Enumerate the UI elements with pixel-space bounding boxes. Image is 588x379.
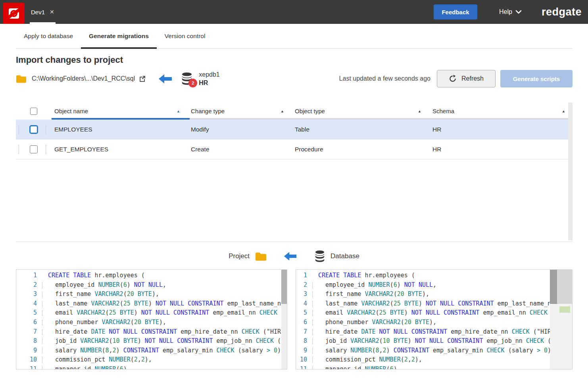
- row-checkbox[interactable]: [29, 125, 38, 134]
- sql-token: 6: [394, 281, 397, 288]
- refresh-button[interactable]: Refresh: [437, 70, 496, 87]
- sql-token: >: [537, 347, 540, 354]
- sql-token: ),: [159, 319, 166, 326]
- gutter-marker: [37, 308, 48, 318]
- sql-token: VARCHAR2: [372, 319, 400, 326]
- sql-token: BYTE: [123, 337, 138, 344]
- project-panel-scrollbar[interactable]: [281, 270, 287, 369]
- project-sql-panel[interactable]: 1CREATE TABLE hr.employees (2 employee_i…: [16, 269, 287, 369]
- open-folder-external-icon[interactable]: [139, 75, 146, 82]
- sql-token: NULL: [419, 281, 433, 288]
- table-row[interactable]: EMPLOYEESModifyTableHR: [16, 120, 568, 139]
- sql-token: ),: [394, 365, 401, 369]
- sql-token: BYTE: [408, 290, 422, 298]
- sql-token: ,: [109, 347, 113, 354]
- page-tabs: Apply to database Generate migrations Ve…: [16, 24, 572, 49]
- code-line: 4 last_name VARCHAR2(25 BYTE) NOT NULL C…: [16, 299, 281, 309]
- sql-token: phone_number: [48, 319, 102, 326]
- sql-token: [454, 300, 458, 307]
- tab-generate-migrations[interactable]: Generate migrations: [81, 24, 157, 48]
- column-header-schema[interactable]: Schema ▲: [431, 102, 573, 120]
- database-panel-scroll-rail[interactable]: [550, 270, 572, 369]
- gutter-marker: [37, 355, 48, 365]
- code-line: 7 hire_date DATE NOT NULL CONSTRAINT emp…: [16, 327, 281, 337]
- select-all-checkbox[interactable]: [30, 108, 37, 115]
- gutter-marker: [307, 327, 318, 337]
- sql-token: 8: [106, 347, 109, 354]
- sql-token: ,: [379, 347, 383, 354]
- sql-token: emp_salary_min: [429, 347, 487, 354]
- sort-icon[interactable]: ▲: [562, 109, 565, 113]
- sql-token: emp_job_nn: [483, 337, 526, 344]
- last-updated-text: Last updated a few seconds ago: [339, 75, 430, 82]
- sql-token: CREATE: [318, 272, 340, 279]
- sql-token: BYTE: [120, 309, 134, 316]
- sql-token: CHECK: [512, 328, 530, 335]
- row-checkbox[interactable]: [30, 145, 38, 153]
- sql-token: CONSTRAINT: [141, 328, 177, 335]
- sql-token: CONSTRAINT: [394, 347, 429, 354]
- sql-token: CONSTRAINT: [177, 337, 213, 344]
- sql-token: job_id: [48, 337, 80, 344]
- sql-token: commission_pct: [48, 356, 109, 363]
- tab-apply-to-database[interactable]: Apply to database: [16, 24, 81, 48]
- document-tab-dev1[interactable]: Dev1 ✕: [25, 0, 61, 24]
- sort-icon[interactable]: ▲: [418, 109, 421, 113]
- generate-scripts-button[interactable]: Generate scripts: [500, 70, 573, 87]
- sql-token: 2: [141, 356, 145, 363]
- help-menu[interactable]: Help: [499, 8, 522, 15]
- sql-token: NOT: [141, 309, 152, 316]
- column-header-change-type[interactable]: Change type ▲: [190, 102, 294, 120]
- scrollbar-thumb[interactable]: [550, 270, 557, 304]
- line-number: 2: [16, 280, 37, 290]
- sql-token: NOT: [426, 300, 436, 307]
- table-scrollbar[interactable]: [568, 102, 573, 240]
- feedback-button[interactable]: Feedback: [434, 4, 477, 19]
- sql-token: hr.employees (: [361, 272, 415, 279]
- schema-cell: HR: [431, 146, 568, 153]
- sql-token: NULL: [159, 337, 173, 344]
- sql-token: NULL: [148, 281, 163, 288]
- schema-cell: HR: [431, 126, 568, 133]
- sql-token: CREATE: [48, 272, 69, 279]
- table-header-row: Object name ▲ Change type ▲ Object type …: [16, 102, 573, 120]
- sql-token: ): [127, 281, 134, 288]
- database-icon: [315, 250, 325, 262]
- sql-token: [422, 309, 426, 316]
- compare-header: Project Database: [0, 246, 588, 266]
- tab-version-control[interactable]: Version control: [157, 24, 213, 48]
- project-label: Project: [229, 252, 250, 260]
- sql-token: [270, 347, 274, 354]
- sql-token: ,: [433, 281, 436, 288]
- redgate-app-logo-icon: [3, 3, 24, 24]
- scrollbar-thumb[interactable]: [281, 270, 287, 304]
- close-tab-icon[interactable]: ✕: [50, 9, 54, 15]
- table-row[interactable]: GET_EMPLOYEESCreateProcedureHR: [16, 139, 568, 159]
- sql-token: BYTE: [394, 337, 408, 344]
- column-header-object-type[interactable]: Object type ▲: [294, 102, 431, 120]
- sql-token: CHECK: [486, 347, 504, 354]
- column-header-object-name[interactable]: Object name ▲: [52, 102, 190, 120]
- line-number: 2: [296, 280, 307, 290]
- refresh-icon: [449, 75, 457, 83]
- code-line: 4 last_name VARCHAR2(25 BYTE) NOT NULL C…: [296, 299, 550, 309]
- line-number: 5: [296, 308, 307, 318]
- database-name: xepdb1: [199, 70, 220, 79]
- document-tab-label: Dev1: [31, 9, 45, 15]
- sql-token: CHECK: [256, 337, 274, 344]
- sql-token: BYTE: [404, 300, 419, 307]
- sort-ascending-icon[interactable]: ▲: [177, 109, 180, 113]
- sql-token: [415, 281, 419, 288]
- sql-token: [408, 328, 411, 335]
- sql-token: [340, 272, 343, 279]
- gutter-marker: [307, 318, 318, 327]
- database-sql-panel[interactable]: 1CREATE TABLE hr.employees (2 employee_i…: [296, 269, 573, 369]
- sql-token: NULL: [170, 300, 184, 307]
- sql-token: [141, 319, 145, 326]
- sql-token: (: [102, 347, 105, 354]
- sort-icon[interactable]: ▲: [281, 109, 284, 113]
- sql-token: [386, 309, 390, 316]
- sql-token: job_id: [318, 337, 350, 344]
- sql-token: NOT: [156, 300, 166, 307]
- topbar-right-group: Feedback Help redgate: [434, 0, 588, 24]
